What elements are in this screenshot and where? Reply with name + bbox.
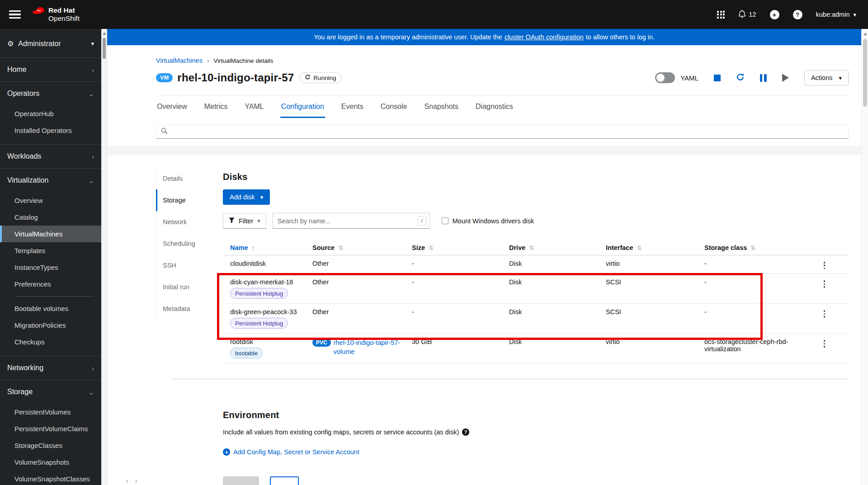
persistent-hotplug-label: Persistent Hotplug (230, 318, 288, 329)
play-icon (782, 74, 789, 82)
sidebar-item-bootable-volumes[interactable]: Bootable volumes (0, 300, 101, 317)
nav-toggle-icon[interactable] (9, 10, 21, 19)
sidebar-item-workloads[interactable]: Workloads › (0, 145, 101, 168)
search-by-name-input[interactable] (273, 217, 418, 225)
tab-configuration[interactable]: Configuration (280, 96, 325, 118)
sidebar-item-checkups[interactable]: Checkups (0, 334, 101, 350)
tab-diagnostics[interactable]: Diagnostics (475, 96, 514, 118)
yaml-switch-toggle[interactable] (655, 72, 675, 83)
configuration-search-input[interactable] (156, 125, 849, 139)
config-nav-initial-run[interactable]: Initial run (156, 276, 223, 298)
scrollbar-thumb[interactable] (103, 38, 106, 59)
perspective-label: Administrator (18, 40, 61, 48)
help-icon[interactable]: ? (793, 10, 802, 19)
page-scrollbar[interactable] (861, 29, 868, 485)
restart-vm-button[interactable] (736, 73, 745, 83)
app-launcher-icon[interactable] (717, 11, 725, 19)
sidebar-item-installed-operators[interactable]: Installed Operators (0, 122, 101, 139)
sidebar-item-storageclasses[interactable]: StorageClasses (0, 437, 101, 454)
sidebar-item-home[interactable]: Home › (0, 58, 101, 81)
notification-count-badge: 12 (749, 11, 756, 18)
disk-name-cell: disk-green-peacock-33 Persistent Hotplug (223, 304, 312, 333)
openshift-console: Red Hat OpenShift 12 + ? kube:admin ▾ (0, 0, 868, 485)
pvc-resource-badge: PVC (312, 338, 331, 347)
mount-windows-drivers-checkbox[interactable] (442, 217, 448, 224)
sidebar-item-storage[interactable]: Storage ⌄ (0, 380, 101, 404)
sidebar-item-virtualization[interactable]: Virtualization ⌄ (0, 169, 101, 192)
notifications-button[interactable]: 12 (738, 10, 756, 19)
column-header-storage-class[interactable]: Storage class ⇅ (704, 240, 806, 255)
config-nav-network[interactable]: Network (156, 211, 223, 233)
disk-name-cell: rootdisk bootable (223, 334, 312, 363)
tab-yaml[interactable]: YAML (244, 96, 264, 118)
actions-dropdown[interactable]: Actions ▾ (804, 70, 849, 85)
chevron-right-icon: › (92, 66, 94, 73)
sidebar-item-volumesnapshotclasses[interactable]: VolumeSnapshotClasses (0, 471, 101, 485)
column-header-drive[interactable]: Drive ⇅ (509, 240, 606, 255)
tab-metrics[interactable]: Metrics (203, 96, 229, 118)
scroll-left-arrow[interactable]: ‹ (126, 477, 128, 485)
sidebar-item-networking[interactable]: Networking › (0, 356, 101, 380)
sidebar-item-catalog[interactable]: Catalog (0, 209, 101, 226)
kebab-menu[interactable] (822, 304, 832, 333)
breadcrumb-virtualmachines-link[interactable]: VirtualMachines (156, 57, 203, 64)
oauth-config-link[interactable]: cluster OAuth configuration (505, 33, 584, 41)
tab-events[interactable]: Events (340, 96, 364, 118)
start-vm-button[interactable] (782, 74, 789, 82)
sidebar-item-virt-overview[interactable]: Overview (0, 192, 101, 209)
sidebar-item-instancetypes[interactable]: InstanceTypes (0, 259, 101, 276)
brand-logo[interactable]: Red Hat OpenShift (32, 6, 80, 23)
column-header-source[interactable]: Source ⇅ (312, 240, 412, 255)
help-icon[interactable]: ? (462, 428, 469, 436)
chevron-down-icon: ⌄ (88, 389, 94, 396)
kebab-menu[interactable] (822, 274, 832, 303)
section-divider (171, 379, 849, 379)
brand-line2: OpenShift (48, 14, 80, 23)
environment-save-button[interactable] (223, 476, 259, 485)
config-nav-storage[interactable]: Storage (156, 189, 223, 211)
pvc-link[interactable]: rhel-10-indigo-tapir-57-volume (334, 338, 406, 356)
sidebar-item-migrationpolicies[interactable]: MigrationPolicies (0, 317, 101, 334)
config-nav-details[interactable]: Details (156, 168, 223, 189)
sidebar-item-operatorhub[interactable]: OperatorHub (0, 105, 101, 122)
status-badge: Running (299, 72, 341, 83)
sidebar-item-virtualmachines[interactable]: VirtualMachines (0, 226, 101, 242)
stop-vm-button[interactable] (714, 75, 721, 81)
filter-dropdown[interactable]: Filter ▾ (223, 213, 266, 229)
tab-snapshots[interactable]: Snapshots (423, 96, 459, 118)
perspective-switcher[interactable]: ⚙ Administrator ▾ (0, 29, 101, 58)
sidebar-item-persistentvolumes[interactable]: PersistentVolumes (0, 404, 101, 420)
add-config-map-link[interactable]: + Add Config Map, Secret or Service Acco… (223, 448, 849, 456)
user-menu[interactable]: kube:admin ▾ (816, 11, 857, 18)
scrollbar-up-arrow[interactable] (103, 32, 106, 35)
scrollbar-thumb[interactable] (863, 39, 867, 107)
quick-create-icon[interactable]: + (770, 10, 779, 19)
config-nav-ssh[interactable]: SSH (156, 254, 223, 276)
kebab-menu[interactable] (822, 334, 832, 363)
scrollbar-up-arrow[interactable] (863, 33, 867, 35)
config-nav-scheduling[interactable]: Scheduling (156, 233, 223, 254)
scroll-right-arrow[interactable]: › (135, 477, 137, 485)
disk-name-search: / (273, 213, 430, 229)
pause-icon (760, 74, 767, 82)
tab-overview[interactable]: Overview (156, 96, 188, 118)
sidebar: ⚙ Administrator ▾ Home › Operators ⌄ Ope… (0, 29, 101, 485)
disk-name: rootdisk (230, 338, 253, 345)
sidebar-item-persistentvolumeclaims[interactable]: PersistentVolumeClaims (0, 420, 101, 437)
sidebar-item-templates[interactable]: Templates (0, 242, 101, 259)
column-header-name[interactable]: Name ↑ (223, 240, 312, 255)
column-header-interface[interactable]: Interface ⇅ (606, 240, 704, 255)
environment-reload-button[interactable] (270, 476, 299, 485)
sidebar-item-preferences[interactable]: Preferences (0, 276, 101, 292)
config-nav-metadata[interactable]: Metadata (156, 298, 223, 320)
tab-console[interactable]: Console (380, 96, 408, 118)
kebab-menu[interactable] (822, 255, 832, 273)
sidebar-scrollbar[interactable] (101, 29, 107, 485)
table-row-rootdisk: rootdisk bootable PVC rhel-10-indigo-tap… (223, 334, 849, 363)
sidebar-item-volumesnapshots[interactable]: VolumeSnapshots (0, 454, 101, 471)
sidebar-item-operators[interactable]: Operators ⌄ (0, 82, 101, 105)
column-header-size[interactable]: Size ⇅ (412, 240, 509, 255)
pause-vm-button[interactable] (760, 74, 767, 82)
actions-label: Actions (811, 74, 833, 81)
add-disk-button[interactable]: Add disk ▾ (223, 189, 270, 205)
